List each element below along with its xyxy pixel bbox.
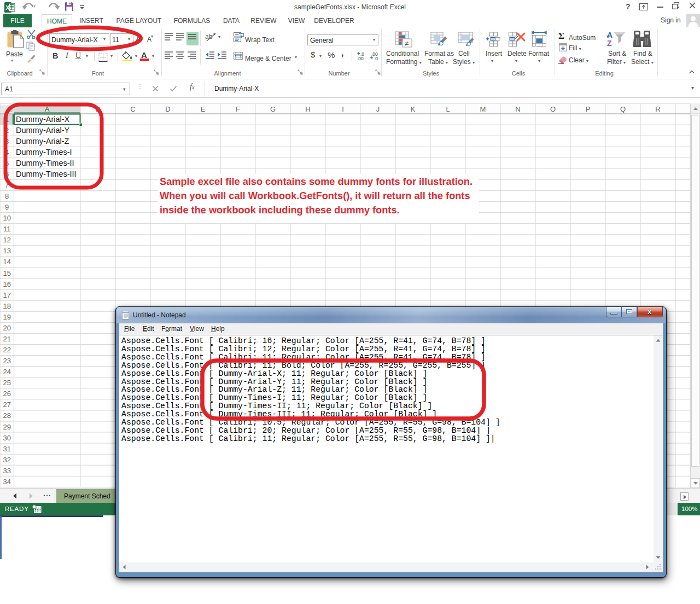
svg-text:3: 3 [5,137,9,146]
svg-text:17: 17 [3,291,10,299]
svg-text:16: 16 [3,280,10,288]
svg-text:10: 10 [3,214,10,222]
svg-text:O: O [550,105,556,113]
svg-text:21: 21 [3,335,10,343]
svg-text:11: 11 [3,225,11,233]
svg-text:28: 28 [3,411,10,420]
svg-text:29: 29 [3,423,10,431]
svg-text:2: 2 [5,126,9,135]
svg-text:34: 34 [3,478,10,486]
svg-text:23: 23 [3,357,10,365]
svg-text:7: 7 [5,181,9,189]
svg-text:R: R [655,105,660,113]
svg-text:Dummy-Times-I: Dummy-Times-I [16,148,72,156]
svg-text:22: 22 [3,346,10,354]
svg-text:27: 27 [3,400,10,409]
svg-text:31: 31 [3,445,10,453]
svg-text:N: N [515,105,520,113]
svg-text:D: D [165,105,170,113]
svg-text:A: A [45,105,50,113]
svg-text:1: 1 [5,115,9,124]
svg-text:19: 19 [3,313,10,321]
svg-text:Dummy-Arial-Z: Dummy-Arial-Z [16,137,69,146]
svg-text:15: 15 [3,269,10,277]
svg-text:Dummy-Times-II: Dummy-Times-II [16,159,74,167]
svg-text:24: 24 [3,368,10,376]
svg-text:.0: .0 [374,56,378,60]
svg-text:14: 14 [3,258,10,266]
svg-text:Dummy-Arial-X: Dummy-Arial-X [16,115,70,124]
svg-text:32: 32 [3,456,10,464]
svg-text:F: F [236,105,240,113]
svg-text:L: L [446,105,450,113]
svg-text:20: 20 [3,324,10,332]
svg-text:13: 13 [3,247,10,255]
svg-text:25: 25 [3,379,10,387]
svg-text:5: 5 [5,159,9,167]
svg-text:E: E [201,105,206,113]
svg-text:A: A [607,31,612,39]
svg-text:B: B [96,105,101,113]
svg-text:30: 30 [3,434,10,442]
svg-text:P: P [586,105,591,113]
svg-text:K: K [411,105,416,113]
svg-text:I: I [342,105,344,113]
svg-text:9: 9 [5,203,9,211]
svg-text:12: 12 [3,236,10,244]
svg-text:Q: Q [620,105,626,113]
svg-text:≠: ≠ [405,39,409,48]
svg-text:G: G [270,105,276,113]
svg-text:Dummy-Arial-Y: Dummy-Arial-Y [16,126,70,135]
svg-text:26: 26 [3,390,10,398]
svg-text:Dummy-Times-III: Dummy-Times-III [16,170,77,178]
svg-text:J: J [376,105,380,113]
svg-text:33: 33 [3,467,10,475]
svg-text:Z: Z [607,39,612,48]
svg-text:C: C [130,105,135,113]
svg-text:6: 6 [5,170,9,178]
svg-text:.00: .00 [357,56,364,60]
svg-text:4: 4 [5,148,9,156]
svg-text:M: M [480,105,486,113]
svg-text:8: 8 [5,192,9,200]
svg-text:18: 18 [3,302,10,310]
svg-text:H: H [305,105,310,113]
